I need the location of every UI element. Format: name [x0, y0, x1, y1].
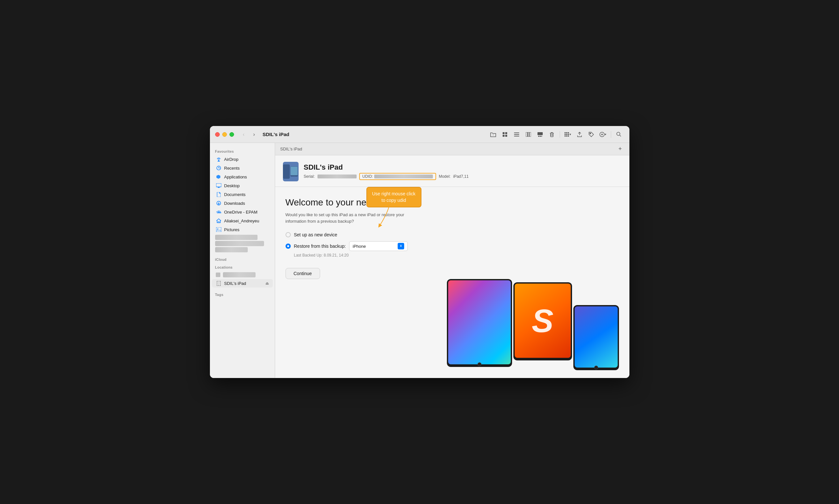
- ipad-home-btn-small: [594, 366, 598, 370]
- icloud-label: iCloud: [210, 255, 275, 263]
- sidebar-item-airdrop[interactable]: AirDrop: [212, 155, 273, 163]
- ipad-screen-small: [575, 306, 618, 367]
- main-content: Favourites AirDrop: [210, 143, 629, 378]
- svg-text:+: +: [492, 134, 494, 136]
- svg-rect-46: [290, 167, 297, 176]
- right-panel: SDIL's iPad + SDIL's: [275, 143, 629, 378]
- share-icon[interactable]: [574, 129, 585, 140]
- dropdown-arrow-icon: [398, 243, 404, 249]
- sidebar-item-recents-label: Recents: [224, 166, 240, 170]
- column-view-icon[interactable]: [523, 129, 534, 140]
- close-button[interactable]: [215, 132, 220, 137]
- annotation-line2: to copy udid: [381, 198, 406, 203]
- sidebar-item-ipad[interactable]: SDIL's iPad ⏏: [212, 279, 273, 287]
- ipad-device-medium: S: [513, 282, 572, 360]
- search-icon[interactable]: [614, 129, 624, 140]
- svg-point-42: [218, 285, 219, 286]
- annotation-arrow: [370, 206, 409, 229]
- sidebar-item-aliaksei[interactable]: Aliaksei_Andreyeu: [212, 217, 273, 225]
- ipad-home-btn-large: [478, 362, 481, 366]
- forward-button[interactable]: ›: [250, 130, 259, 139]
- sidebar-item-applications-label: Applications: [224, 175, 247, 179]
- grid-view-icon[interactable]: [500, 129, 510, 140]
- sidebar-item-downloads[interactable]: Downloads: [212, 199, 273, 208]
- svg-rect-3: [502, 135, 504, 137]
- apps-icon[interactable]: ▾: [563, 129, 573, 140]
- serial-label: Serial:: [304, 174, 315, 179]
- sidebar-item-recents[interactable]: Recents: [212, 164, 273, 172]
- nav-buttons: ‹ ›: [239, 130, 259, 139]
- svg-rect-43: [218, 282, 220, 285]
- traffic-lights: [215, 132, 234, 137]
- sidebar-blurred-3: [215, 247, 248, 252]
- back-button[interactable]: ‹: [239, 130, 249, 139]
- backup-dropdown[interactable]: iPhone: [349, 241, 408, 251]
- svg-rect-7: [514, 136, 519, 137]
- toolbar: +: [488, 129, 624, 140]
- sidebar-device-label: SDIL's iPad: [224, 281, 246, 286]
- svg-rect-21: [566, 134, 567, 135]
- svg-rect-5: [514, 132, 519, 133]
- device-content: SDIL's iPad Serial: UDID: Model: iPad7,1…: [275, 155, 629, 378]
- restore-option: Restore from this backup: iPhone: [286, 241, 423, 257]
- s-letter: S: [532, 304, 553, 337]
- serial-value: [318, 175, 357, 178]
- svg-rect-2: [505, 132, 507, 134]
- svg-line-31: [620, 135, 621, 137]
- new-device-option[interactable]: Set up as new device: [286, 232, 423, 237]
- onedrive-icon: [216, 209, 222, 215]
- sidebar-item-aliaksei-label: Aliaksei_Andreyeu: [224, 218, 259, 223]
- trash-icon[interactable]: [547, 129, 557, 140]
- model-label: Model:: [439, 174, 450, 179]
- minimize-button[interactable]: [222, 132, 227, 137]
- locations-label: Locations: [210, 263, 275, 271]
- svg-rect-14: [542, 136, 542, 137]
- applications-icon: [216, 174, 222, 180]
- documents-icon: [216, 192, 222, 197]
- sidebar-item-applications[interactable]: Applications: [212, 173, 273, 181]
- device-name: SDIL's iPad: [304, 163, 621, 172]
- setup-options: Set up as new device Restore from this b…: [286, 232, 423, 257]
- ipad-device-icon: [216, 280, 222, 286]
- tag-icon[interactable]: [586, 129, 597, 140]
- new-folder-icon[interactable]: +: [488, 129, 498, 140]
- svg-rect-9: [528, 132, 529, 137]
- svg-rect-39: [216, 227, 221, 232]
- eject-icon[interactable]: ⏏: [265, 281, 269, 286]
- titlebar: ‹ › SDIL's iPad +: [210, 126, 629, 143]
- svg-rect-33: [216, 183, 221, 187]
- breadcrumb-text: SDIL's iPad: [280, 146, 303, 151]
- new-device-label: Set up as new device: [294, 232, 337, 237]
- sidebar-item-airdrop-label: AirDrop: [224, 157, 239, 162]
- ipad-screen-s: S: [515, 284, 571, 358]
- downloads-icon: [216, 200, 222, 206]
- welcome-right: S: [435, 197, 619, 370]
- annotation-container: Use right mouse click to copy udid: [366, 187, 422, 208]
- sidebar-item-pictures[interactable]: Pictures: [212, 225, 273, 234]
- device-info: SDIL's iPad Serial: UDID: Model: iPad7,1…: [304, 163, 621, 180]
- continue-button[interactable]: Continue: [286, 268, 320, 279]
- maximize-button[interactable]: [229, 132, 234, 137]
- home-icon: [216, 218, 222, 224]
- desktop-icon: [216, 183, 222, 188]
- locations-blurred-item: [212, 271, 273, 279]
- model-value: iPad7,11: [453, 174, 468, 179]
- sidebar-item-desktop[interactable]: Desktop: [212, 181, 273, 190]
- svg-rect-6: [514, 134, 519, 135]
- svg-rect-22: [568, 134, 569, 135]
- sidebar-item-onedrive[interactable]: OneDrive - EPAM: [212, 208, 273, 216]
- device-meta: Serial: UDID: Model: iPad7,11: [304, 173, 621, 180]
- list-view-icon[interactable]: [511, 129, 522, 140]
- new-device-radio[interactable]: [286, 232, 291, 237]
- add-circle-icon[interactable]: ▾: [598, 129, 608, 140]
- udid-field[interactable]: UDID:: [359, 173, 436, 180]
- svg-rect-12: [538, 136, 540, 137]
- ipad-device-small: [573, 305, 619, 370]
- breadcrumb-plus-button[interactable]: +: [616, 145, 624, 153]
- svg-rect-18: [566, 132, 567, 133]
- restore-radio[interactable]: [286, 244, 291, 249]
- toolbar-separator: [560, 131, 560, 138]
- svg-rect-19: [568, 132, 569, 133]
- gallery-view-icon[interactable]: [535, 129, 545, 140]
- sidebar-item-documents[interactable]: Documents: [212, 190, 273, 199]
